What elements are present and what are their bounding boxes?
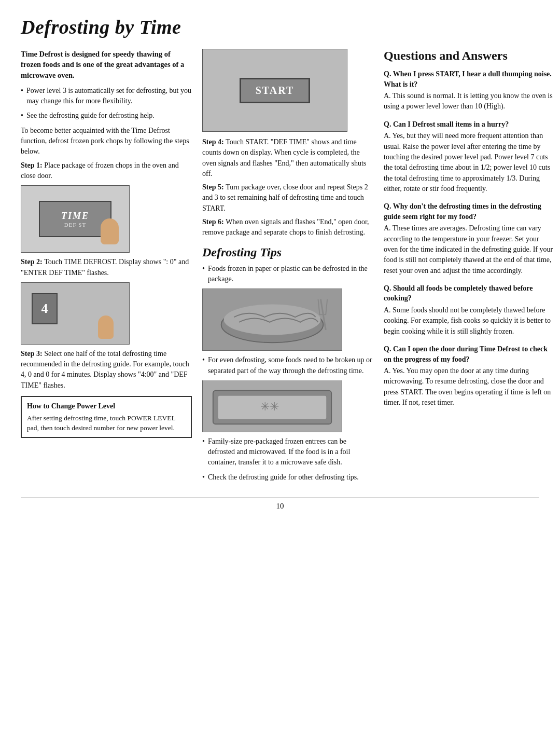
qa-item-1: Q. Can I Defrost small items in a hurry?… xyxy=(384,119,555,194)
finger-graphic-1 xyxy=(101,218,119,244)
oven-image-step2: 4 xyxy=(21,282,130,345)
step5-text: Step 5: Turn package over, close door an… xyxy=(202,182,373,214)
start-button-display: START xyxy=(240,78,311,103)
step3-text: Step 3: Select one half of the total def… xyxy=(21,349,192,391)
intro-text: Time Defrost is designed for speedy thaw… xyxy=(21,49,192,80)
tip1: Foods frozen in paper or plastic can be … xyxy=(202,264,373,285)
mid-column: START Step 4: Touch START. "DEF TIME" sh… xyxy=(202,49,373,487)
step6-text: Step 6: When oven signals and flashes "E… xyxy=(202,217,373,238)
tip3: Family-size pre-packaged frozen entrees … xyxy=(202,436,373,468)
qa-item-2: Q. Why don't the defrosting times in the… xyxy=(384,201,555,276)
food-image-1 xyxy=(202,289,342,351)
step1-label: Step 1: Place package of frozen chops in… xyxy=(21,160,192,182)
svg-text:✳✳: ✳✳ xyxy=(260,401,279,413)
how-to-title: How to Change Power Level xyxy=(27,401,186,411)
qa-question-3: Q. Should all foods be completely thawed… xyxy=(384,283,555,304)
finger-graphic-2 xyxy=(98,315,114,339)
qa-title: Questions and Answers xyxy=(384,49,555,63)
qa-answer-1: A. Yes, but they will need more frequent… xyxy=(384,131,555,194)
left-column: Time Defrost is designed for speedy thaw… xyxy=(21,49,192,487)
qa-question-4: Q. Can I open the door during Time Defro… xyxy=(384,344,555,364)
defrosting-tips-title: Defrosting Tips xyxy=(202,245,373,259)
qa-question-2: Q. Why don't the defrosting times in the… xyxy=(384,201,555,222)
page-title: Defrosting by Time xyxy=(21,16,539,38)
qa-list: Q. When I press START, I hear a dull thu… xyxy=(384,69,555,408)
qa-answer-2: A. These times are averages. Defrosting … xyxy=(384,223,555,276)
qa-item-0: Q. When I press START, I hear a dull thu… xyxy=(384,69,555,112)
how-to-box: How to Change Power Level After setting … xyxy=(21,396,192,438)
how-to-body: After setting defrosting time, touch POW… xyxy=(27,414,186,433)
acquaint-text: To become better acquainted with the Tim… xyxy=(21,126,192,157)
display-text-1: TIME xyxy=(61,211,89,222)
oven-image-start: START xyxy=(202,49,347,132)
bullet-1: Power level 3 is automatically set for d… xyxy=(21,86,192,107)
bullet-2: See the defrosting guide for defrosting … xyxy=(21,111,192,121)
qa-item-4: Q. Can I open the door during Time Defro… xyxy=(384,344,555,408)
qa-answer-0: A. This sound is normal. It is letting y… xyxy=(384,91,555,112)
qa-answer-3: A. Some foods should not be completely t… xyxy=(384,305,555,337)
right-column: Questions and Answers Q. When I press ST… xyxy=(384,49,555,487)
food-svg-1 xyxy=(203,289,342,350)
num-display: 4 xyxy=(32,293,58,324)
step2-label: Step 2: Touch TIME DEFROST. Display show… xyxy=(21,257,192,278)
tip2: For even defrosting, some foods need to … xyxy=(202,355,373,376)
tip4: Check the defrosting guide for other def… xyxy=(202,472,373,483)
qa-question-0: Q. When I press START, I hear a dull thu… xyxy=(384,69,555,89)
page-number: 10 xyxy=(21,497,539,511)
oven-image-step1: TIME DEF ST xyxy=(21,185,130,253)
display-sub-1: DEF ST xyxy=(64,222,86,228)
food-svg-2: ✳✳ xyxy=(203,380,342,432)
qa-question-1: Q. Can I Defrost small items in a hurry? xyxy=(384,119,555,130)
food-image-2: ✳✳ xyxy=(202,380,342,432)
step4-text: Step 4: Touch START. "DEF TIME" shows an… xyxy=(202,137,373,179)
qa-item-3: Q. Should all foods be completely thawed… xyxy=(384,283,555,337)
qa-answer-4: A. Yes. You may open the door at any tim… xyxy=(384,366,555,408)
